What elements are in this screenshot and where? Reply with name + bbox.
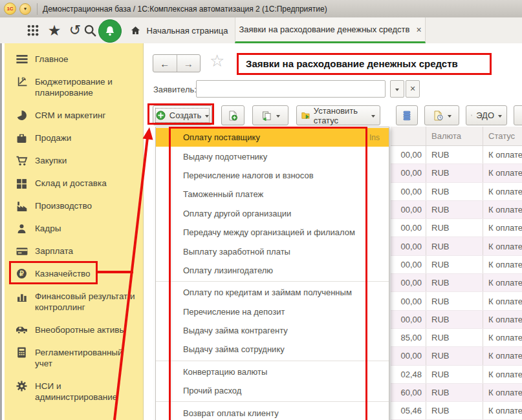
- main-menu-chevron-button[interactable]: ▾: [19, 3, 31, 15]
- tab-active[interactable]: Заявки на расходование денежных средств …: [235, 17, 426, 43]
- table-row[interactable]: 00,00RUBК оплате: [391, 146, 522, 164]
- chevron-down-icon: [395, 89, 399, 91]
- create-new-item-button[interactable]: [221, 105, 245, 125]
- table-row[interactable]: 00,00RUBК оплате: [391, 311, 522, 329]
- menu-item-label: Прочий расход: [183, 386, 241, 395]
- status-cell: К оплате: [483, 237, 522, 255]
- applicant-filter-input[interactable]: [196, 80, 386, 98]
- tab-home-label: Начальная страница: [147, 26, 228, 36]
- menu-item[interactable]: Оплату другой организации: [156, 204, 389, 223]
- window-frame-edge: [0, 43, 5, 420]
- table-row[interactable]: 00,00RUBК оплате: [391, 237, 522, 255]
- currency-column-header[interactable]: Валюта: [426, 127, 483, 145]
- chevron-down-icon: [205, 115, 209, 118]
- table-row[interactable]: 00,00RUBК оплате: [391, 183, 522, 201]
- menu-item[interactable]: Перечисление налогов и взносов: [156, 166, 389, 185]
- status-column-header[interactable]: Статус: [483, 127, 522, 145]
- sidebar-item-crm[interactable]: CRM и маркетинг: [5, 110, 143, 132]
- applicant-clear-button[interactable]: ✕: [406, 80, 420, 98]
- applicant-dropdown-button[interactable]: [390, 80, 404, 98]
- sidebar-item-kaznacheystvo[interactable]: ₽Казначейство: [5, 268, 143, 291]
- search-icon[interactable]: [80, 17, 100, 43]
- tab-home[interactable]: Начальная страница: [123, 17, 235, 43]
- amount-cell: 00,00: [391, 292, 426, 310]
- table-row[interactable]: 00,00RUBК оплате: [391, 164, 522, 182]
- plus-circle-icon: [156, 110, 166, 120]
- sidebar-item-vneoborotnye[interactable]: Внеоборотные активы: [5, 324, 143, 347]
- sidebar-item-label: НСИ и администрирование: [35, 381, 138, 403]
- table-row[interactable]: 02,48RUBК оплате: [391, 366, 522, 384]
- sidebar-item-zakupki[interactable]: Закупки: [5, 155, 143, 178]
- amount-cell: 00,00: [391, 219, 426, 236]
- menu-item[interactable]: Прочий расход: [156, 381, 389, 400]
- menu-item[interactable]: Оплату по кредитам и займам полученным: [156, 283, 389, 302]
- notifications-bell-icon[interactable]: [98, 19, 122, 43]
- 1c-logo-icon: 1С: [4, 3, 16, 15]
- table-row[interactable]: 00,00RUBК оплате: [391, 347, 522, 365]
- amount-column-header[interactable]: [391, 127, 426, 145]
- sections-sidebar: Главное₽Бюджетирование и планированиеCRM…: [5, 43, 144, 420]
- page-title: Заявки на расходование денежных средств: [246, 58, 458, 69]
- add-favorite-star-icon[interactable]: ☆: [210, 52, 224, 69]
- menu-item[interactable]: Выдачу подотчетнику: [156, 147, 389, 165]
- status-cell: К оплате: [483, 329, 522, 346]
- menu-item[interactable]: Возврат оплаты клиенту: [156, 403, 389, 420]
- factory-icon: [16, 200, 28, 211]
- sidebar-item-label: Внеоборотные активы: [35, 324, 125, 335]
- table-row[interactable]: 00,00RUBК оплате: [391, 292, 522, 310]
- create-button[interactable]: Создать: [153, 105, 212, 125]
- table-row[interactable]: 00,00RUBК оплате: [391, 274, 522, 292]
- amount-cell: 85,00: [391, 329, 426, 346]
- status-cell: К оплате: [483, 292, 522, 310]
- menu-item[interactable]: Передачу между организацией и филиалом: [156, 223, 389, 242]
- create-on-basis-button[interactable]: [424, 105, 459, 125]
- table-row[interactable]: 85,00RUBК оплате: [391, 329, 522, 347]
- table-row[interactable]: 00,00RUBК оплате: [391, 201, 522, 219]
- table-row[interactable]: 60,00RUBК оплате: [391, 384, 522, 402]
- apps-grid-icon[interactable]: [23, 17, 43, 43]
- chevron-down-icon: [371, 115, 375, 118]
- history-nav-group: ← →: [153, 54, 201, 72]
- tab-close-icon[interactable]: ×: [416, 25, 421, 35]
- copy-button[interactable]: [252, 105, 288, 125]
- table-row[interactable]: 05,46RUBК оплате: [391, 402, 522, 420]
- create-dropdown-menu: Оплату поставщикуInsВыдачу подотчетникуП…: [155, 127, 389, 420]
- forward-button[interactable]: →: [177, 55, 201, 72]
- sidebar-item-label: Зарплата: [35, 246, 73, 257]
- menu-item[interactable]: Оплату лизингодателю: [156, 261, 389, 280]
- menu-item[interactable]: Перечисление на депозит: [156, 302, 389, 321]
- sidebar-item-budget[interactable]: ₽Бюджетирование и планирование: [5, 76, 143, 110]
- menu-item[interactable]: Выдачу займа сотруднику: [156, 340, 389, 359]
- edo-button[interactable]: ЭДО: [466, 105, 507, 125]
- status-cell: К оплате: [483, 274, 522, 291]
- currency-cell: RUB: [426, 164, 483, 182]
- menu-item[interactable]: Выплату заработной платы: [156, 242, 389, 260]
- sidebar-item-prodazhi[interactable]: Продажи: [5, 132, 143, 155]
- currency-cell: RUB: [426, 384, 483, 401]
- sidebar-item-zarplata[interactable]: Зарплата: [5, 246, 143, 268]
- sidebar-item-sklad[interactable]: Склад и доставка: [5, 178, 143, 200]
- currency-cell: RUB: [426, 219, 483, 236]
- favorites-star-icon[interactable]: ★: [45, 17, 63, 43]
- menu-item[interactable]: Выдачу займа контрагенту: [156, 321, 389, 340]
- menu-item[interactable]: Оплату поставщикуIns: [156, 128, 389, 147]
- sidebar-item-proizvodstvo[interactable]: Производство: [5, 200, 143, 223]
- sidebar-item-reglament[interactable]: Регламентированный учет: [5, 347, 143, 381]
- list-toolbar: Создать: [153, 105, 522, 125]
- menu-item[interactable]: Таможенный платеж: [156, 185, 389, 204]
- back-button[interactable]: ←: [153, 55, 177, 72]
- set-status-button[interactable]: Установить статус: [296, 105, 380, 125]
- currency-cell: RUB: [426, 274, 483, 291]
- table-row[interactable]: 00,00RUBК оплате: [391, 256, 522, 274]
- currency-cell: RUB: [426, 366, 483, 383]
- list-view-button[interactable]: [396, 105, 418, 125]
- menu-item[interactable]: Конвертацию валюты: [156, 362, 389, 381]
- sidebar-item-finrezultat[interactable]: Финансовый результат и контроллинг: [5, 291, 143, 324]
- table-row[interactable]: 00,00RUBК оплате: [391, 219, 522, 237]
- sidebar-item-kadry[interactable]: Кадры: [5, 223, 143, 246]
- sidebar-item-nsi[interactable]: НСИ и администрирование: [5, 381, 143, 414]
- menu-separator: [156, 361, 389, 361]
- currency-cell: RUB: [426, 237, 483, 255]
- sidebar-item-glavnoe[interactable]: Главное: [5, 54, 143, 76]
- print-button[interactable]: [514, 105, 522, 125]
